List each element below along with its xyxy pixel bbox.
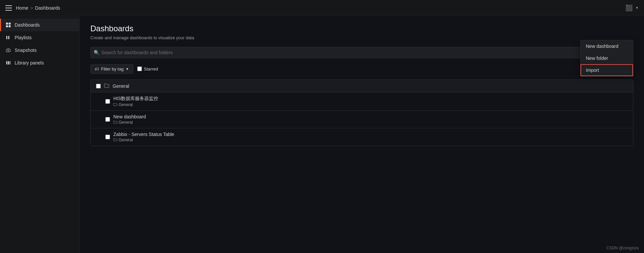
topbar-right: ⬛ ▼ [625, 4, 639, 12]
dropdown-import-label: Import [586, 67, 599, 73]
dashboard-list: General HIS数据库服务器监控 General [90, 79, 633, 146]
sidebar-item-playlists[interactable]: Playlists [0, 31, 79, 44]
item-folder-icon-1 [113, 120, 117, 124]
item-content-2: Zabbix - Servers Status Table General [113, 132, 174, 142]
filters-left: 🏷 Filter by tag ▼ Starred [90, 64, 158, 74]
chevron-down-topbar-icon[interactable]: ▼ [635, 6, 639, 10]
play-icon [5, 35, 11, 41]
monitor-icon[interactable]: ⬛ [625, 4, 633, 12]
item-folder-name-0: General [119, 102, 133, 107]
sidebar-item-playlists-label: Playlists [15, 35, 32, 40]
search-input[interactable] [90, 47, 605, 58]
item-title-0: HIS数据库服务器监控 [113, 96, 158, 102]
search-icon: 🔍 [94, 50, 99, 55]
camera-icon [5, 47, 11, 53]
list-item[interactable]: New dashboard General [91, 111, 633, 128]
filter-tag-label: Filter by tag [101, 66, 124, 71]
item-folder-icon-0 [113, 103, 117, 107]
item-checkbox-1[interactable] [105, 117, 110, 122]
item-title-2: Zabbix - Servers Status Table [113, 132, 174, 137]
sidebar-item-snapshots-label: Snapshots [15, 48, 37, 53]
page-subtitle: Create and manage dashboards to visualiz… [90, 35, 633, 40]
folder-icon [104, 83, 109, 89]
tag-icon: 🏷 [95, 66, 99, 71]
list-item[interactable]: HIS数据库服务器监控 General [91, 92, 633, 111]
footer-text: CSDN @zongziza [606, 246, 639, 250]
main-layout: Dashboards Playlists Snapshots [0, 16, 644, 253]
main-content: Dashboards Create and manage dashboards … [80, 16, 644, 253]
item-folder-name-2: General [119, 138, 133, 142]
sidebar-item-library-panels-label: Library panels [15, 60, 44, 65]
item-folder-name-1: General [119, 120, 133, 125]
breadcrumb: Home > Dashboards [16, 5, 60, 11]
item-content-0: HIS数据库服务器监控 General [113, 96, 158, 107]
starred-checkbox[interactable] [137, 66, 142, 71]
item-folder-icon-2 [113, 138, 117, 142]
topbar: Home > Dashboards ⬛ ▼ [0, 0, 644, 16]
folder-checkbox[interactable] [96, 84, 101, 88]
item-folder-0: General [113, 102, 158, 107]
item-checkbox-0[interactable] [105, 99, 110, 104]
starred-label: Starred [144, 66, 158, 71]
sidebar-item-dashboards-label: Dashboards [15, 22, 40, 28]
search-row: 🔍 New ▼ [90, 47, 633, 58]
starred-filter[interactable]: Starred [137, 66, 158, 71]
svg-point-2 [8, 50, 9, 51]
dropdown-item-new-dashboard[interactable]: New dashboard [581, 40, 633, 52]
filters-row: 🏷 Filter by tag ▼ Starred [90, 63, 633, 74]
folder-row: General [91, 80, 633, 92]
dropdown-item-new-folder[interactable]: New folder [581, 52, 633, 64]
svg-rect-1 [8, 36, 9, 39]
dropdown-item-import[interactable]: Import [581, 64, 633, 76]
library-icon [5, 60, 11, 66]
svg-rect-0 [6, 36, 7, 39]
svg-rect-4 [8, 61, 9, 64]
grid-icon [5, 22, 11, 28]
item-folder-2: General [113, 138, 174, 142]
page-title: Dashboards [90, 24, 633, 33]
breadcrumb-separator: > [30, 5, 33, 11]
breadcrumb-home[interactable]: Home [16, 5, 28, 11]
dropdown-new-dashboard-label: New dashboard [586, 44, 618, 49]
sidebar: Dashboards Playlists Snapshots [0, 16, 80, 253]
folder-name: General [113, 83, 129, 89]
item-title-1: New dashboard [113, 114, 146, 119]
item-content-1: New dashboard General [113, 114, 146, 125]
new-dropdown-menu: New dashboard New folder Import [580, 40, 633, 76]
sidebar-item-dashboards[interactable]: Dashboards [0, 19, 79, 31]
sidebar-item-library-panels[interactable]: Library panels [0, 57, 79, 69]
sidebar-item-snapshots[interactable]: Snapshots [0, 44, 79, 57]
dropdown-new-folder-label: New folder [586, 56, 608, 61]
filter-tag-button[interactable]: 🏷 Filter by tag ▼ [90, 64, 133, 74]
filter-tag-chevron-icon: ▼ [126, 67, 129, 71]
list-item[interactable]: Zabbix - Servers Status Table General [91, 128, 633, 146]
search-wrapper: 🔍 [90, 47, 605, 58]
item-checkbox-2[interactable] [105, 135, 110, 139]
svg-rect-5 [10, 61, 10, 64]
item-folder-1: General [113, 120, 146, 125]
breadcrumb-current: Dashboards [35, 5, 60, 11]
svg-rect-3 [6, 61, 7, 64]
topbar-left: Home > Dashboards [5, 5, 60, 11]
hamburger-menu[interactable] [5, 5, 12, 11]
